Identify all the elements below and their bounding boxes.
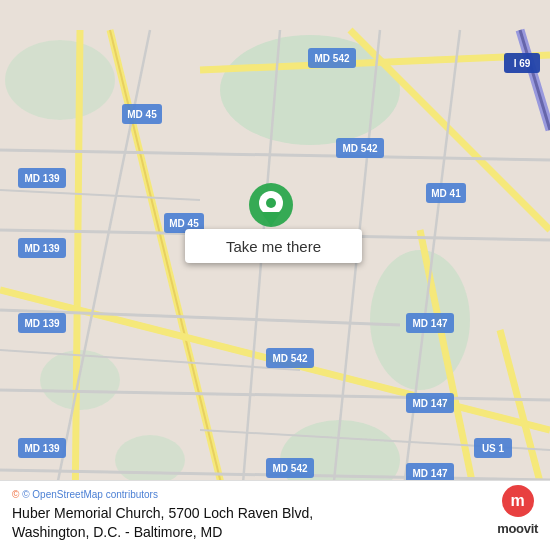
svg-text:MD 139: MD 139 (24, 173, 59, 184)
osm-credit: © © OpenStreetMap contributors (12, 489, 538, 500)
osm-logo: © (12, 489, 19, 500)
map-svg: MD 45 MD 45 MD 139 MD 139 MD 139 MD 139 … (0, 0, 550, 550)
svg-text:MD 147: MD 147 (412, 318, 447, 329)
svg-text:MD 147: MD 147 (412, 468, 447, 479)
svg-text:MD 542: MD 542 (272, 463, 307, 474)
moovit-brand-text: moovit (497, 521, 538, 536)
svg-text:MD 45: MD 45 (169, 218, 199, 229)
svg-line-9 (75, 30, 80, 520)
moovit-logo: m moovit (497, 485, 538, 536)
location-sub: Washington, D.C. - Baltimore, MD (12, 524, 313, 540)
svg-text:MD 139: MD 139 (24, 443, 59, 454)
svg-text:MD 542: MD 542 (272, 353, 307, 364)
osm-link[interactable]: © OpenStreetMap contributors (22, 489, 158, 500)
map-container: MD 45 MD 45 MD 139 MD 139 MD 139 MD 139 … (0, 0, 550, 550)
svg-point-63 (266, 198, 276, 208)
info-bar: © © OpenStreetMap contributors Huber Mem… (0, 480, 550, 550)
svg-point-6 (5, 40, 115, 120)
svg-text:MD 542: MD 542 (342, 143, 377, 154)
location-name: Huber Memorial Church, 5700 Loch Raven B… (12, 504, 313, 524)
svg-text:MD 139: MD 139 (24, 243, 59, 254)
svg-text:MD 542: MD 542 (314, 53, 349, 64)
svg-text:US 1: US 1 (482, 443, 505, 454)
svg-point-5 (115, 435, 185, 485)
svg-text:MD 45: MD 45 (127, 109, 157, 120)
take-me-there-button[interactable]: Take me there (185, 229, 362, 263)
svg-text:MD 147: MD 147 (412, 398, 447, 409)
svg-text:MD 41: MD 41 (431, 188, 461, 199)
svg-text:MD 139: MD 139 (24, 318, 59, 329)
svg-text:I 69: I 69 (514, 58, 531, 69)
